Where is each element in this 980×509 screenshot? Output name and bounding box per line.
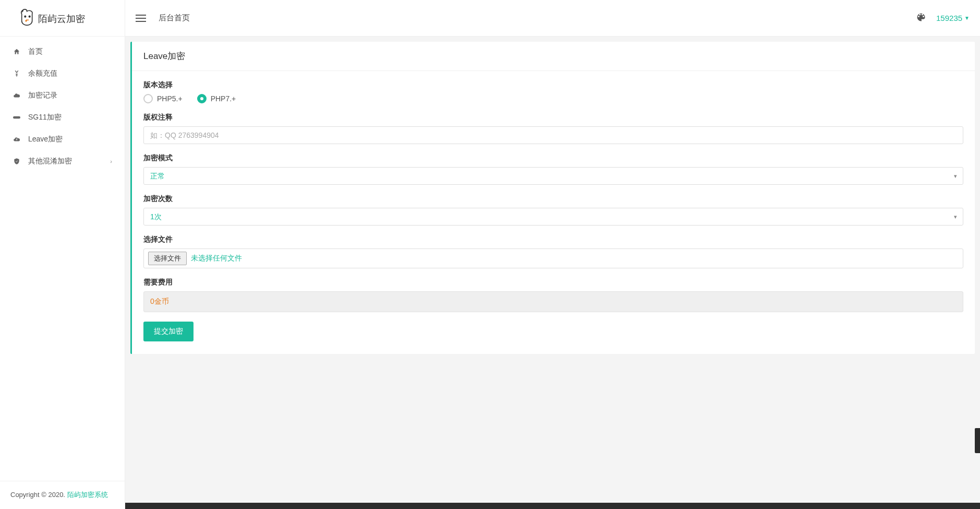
radio-label: PHP5.+ (157, 94, 183, 103)
copyright-label: 版权注释 (143, 113, 963, 122)
sidebar-footer: Copyright © 2020. 陌屿加密系统 (0, 481, 125, 509)
chevron-right-icon: › (110, 158, 112, 164)
side-tab[interactable] (975, 428, 980, 453)
radio-icon (197, 94, 207, 103)
cost-label: 需要费用 (143, 278, 963, 287)
breadcrumb[interactable]: 后台首页 (159, 13, 190, 23)
count-select[interactable]: 1次 (143, 208, 963, 226)
radio-php5[interactable]: PHP5.+ (143, 94, 183, 103)
footer-prefix: Copyright © 2020. (10, 491, 67, 499)
content: Leave加密 版本选择 PHP5.+ PHP7.+ (125, 37, 980, 509)
nav-label: 首页 (28, 47, 43, 56)
copyright-group: 版权注释 (143, 113, 963, 144)
copyright-input[interactable] (143, 126, 963, 144)
palette-icon[interactable] (916, 13, 926, 23)
sidebar-item-home[interactable]: 首页 (0, 41, 125, 63)
radio-label: PHP7.+ (211, 94, 236, 103)
file-label: 选择文件 (143, 235, 963, 244)
topbar: 后台首页 159235 ▼ (125, 0, 980, 37)
file-group: 选择文件 选择文件 未选择任何文件 (143, 235, 963, 268)
svg-point-2 (25, 20, 27, 21)
svg-point-0 (25, 16, 26, 17)
sidebar: 陌屿云加密 首页 余额充值 加密记录 (0, 0, 125, 509)
count-group: 加密次数 1次 (143, 194, 963, 226)
file-choose-button[interactable]: 选择文件 (148, 252, 187, 265)
radio-icon (143, 94, 153, 103)
home-icon (13, 48, 21, 56)
radio-php7[interactable]: PHP7.+ (197, 94, 236, 103)
footer-link[interactable]: 陌屿加密系统 (67, 491, 108, 499)
file-row: 选择文件 未选择任何文件 (143, 248, 963, 268)
balance-dropdown[interactable]: 159235 ▼ (936, 14, 970, 22)
menu-toggle-icon[interactable] (136, 12, 148, 25)
shield-icon (13, 157, 21, 165)
mode-select[interactable]: 正常 (143, 167, 963, 185)
sidebar-item-other[interactable]: 其他混淆加密 › (0, 150, 125, 172)
nav-label: 其他混淆加密 (28, 157, 72, 166)
brand-logo-svg: 陌屿云加密 (13, 5, 112, 31)
cloud-icon (13, 91, 21, 100)
version-label: 版本选择 (143, 80, 963, 90)
svg-rect-4 (13, 116, 20, 119)
mode-group: 加密模式 正常 (143, 153, 963, 185)
sidebar-item-leave[interactable]: Leave加密 (0, 128, 125, 150)
cost-group: 需要费用 0金币 (143, 278, 963, 312)
cloud-download-icon (13, 135, 21, 144)
balance-value: 159235 (936, 14, 962, 22)
card-title: Leave加密 (132, 42, 975, 71)
version-group: 版本选择 PHP5.+ PHP7.+ (143, 80, 963, 103)
brand-logo[interactable]: 陌屿云加密 (0, 0, 125, 37)
nav-label: 余额充值 (28, 69, 57, 78)
caret-down-icon: ▼ (964, 15, 970, 21)
svg-text:陌屿云加密: 陌屿云加密 (38, 13, 85, 23)
main: 后台首页 159235 ▼ Leave加密 版本选择 (125, 0, 980, 509)
svg-point-1 (29, 16, 30, 17)
count-label: 加密次数 (143, 194, 963, 204)
cost-value: 0金币 (143, 291, 963, 312)
sidebar-item-recharge[interactable]: 余额充值 (0, 63, 125, 85)
sidebar-item-records[interactable]: 加密记录 (0, 85, 125, 106)
nav-label: 加密记录 (28, 91, 57, 100)
bottom-bar (125, 503, 980, 509)
nav: 首页 余额充值 加密记录 SG11加密 (0, 37, 125, 481)
nav-label: SG11加密 (28, 113, 62, 122)
yen-icon (13, 69, 21, 78)
link-icon (13, 113, 21, 122)
file-status: 未选择任何文件 (191, 254, 242, 263)
sidebar-item-sg11[interactable]: SG11加密 (0, 106, 125, 128)
mode-label: 加密模式 (143, 153, 963, 163)
nav-label: Leave加密 (28, 135, 63, 144)
leave-card: Leave加密 版本选择 PHP5.+ PHP7.+ (130, 42, 975, 354)
submit-button[interactable]: 提交加密 (143, 322, 193, 341)
